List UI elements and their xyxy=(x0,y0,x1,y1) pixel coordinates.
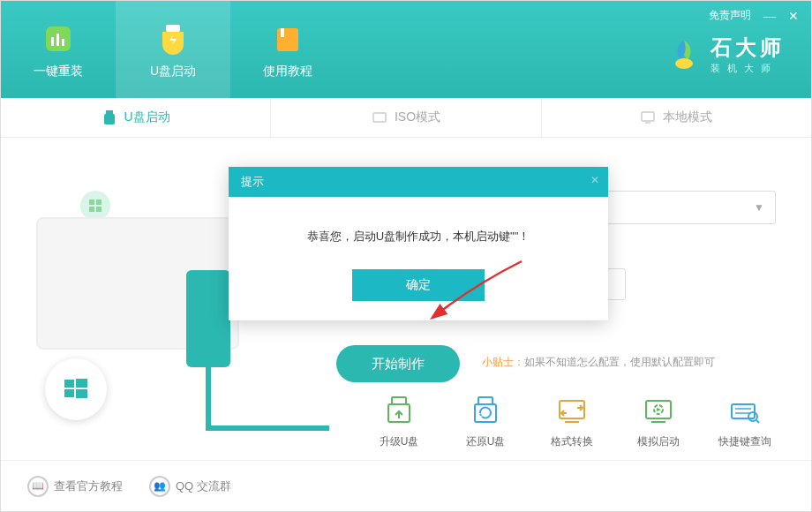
svg-rect-8 xyxy=(106,110,113,114)
brand: 石大师 装机大师 xyxy=(666,34,811,75)
bar-chart-icon xyxy=(39,19,78,58)
restore-usb-icon xyxy=(468,394,503,429)
svg-rect-19 xyxy=(64,389,74,397)
usb-icon xyxy=(102,109,117,125)
subtab-iso-mode[interactable]: ISO模式 xyxy=(271,98,541,137)
action-label: 还原U盘 xyxy=(466,434,506,449)
brand-logo-icon xyxy=(666,37,702,72)
subtab-usb-boot[interactable]: U盘启动 xyxy=(1,98,271,137)
book-small-icon: 📖 xyxy=(27,476,49,497)
svg-point-31 xyxy=(748,412,757,421)
tab-one-click-reinstall[interactable]: 一键重装 xyxy=(1,1,116,98)
app-header: 一键重装 U盘启动 使用教程 免责声明 — ✕ 石大师 装机大师 xyxy=(1,1,811,98)
brand-title: 石大师 xyxy=(710,34,785,62)
footer-tutorial-link[interactable]: 📖 查看官方教程 xyxy=(27,476,123,497)
svg-rect-3 xyxy=(62,39,64,46)
footer: 📖 查看官方教程 👥 QQ 交流群 xyxy=(1,460,811,511)
chevron-down-icon: ▼ xyxy=(754,201,764,214)
tab-tutorial[interactable]: 使用教程 xyxy=(230,1,345,98)
action-hotkey-lookup[interactable]: 快捷键查询 xyxy=(714,394,776,449)
svg-rect-28 xyxy=(732,404,755,418)
svg-rect-21 xyxy=(392,397,406,404)
button-label: 确定 xyxy=(406,277,431,293)
brand-text: 石大师 装机大师 xyxy=(710,34,785,75)
simulate-boot-icon xyxy=(641,394,676,429)
dialog-header: 提示 ✕ xyxy=(229,167,608,197)
svg-rect-16 xyxy=(96,207,102,212)
svg-rect-20 xyxy=(76,389,87,398)
close-button[interactable]: ✕ xyxy=(788,9,799,23)
subtab-local-mode[interactable]: 本地模式 xyxy=(542,98,811,137)
tab-label: U盘启动 xyxy=(150,64,196,79)
header-tabs: 一键重装 U盘启动 使用教程 xyxy=(1,1,345,98)
footer-link-label: 查看官方教程 xyxy=(54,478,123,494)
tip-text: 小贴士：如果不知道怎么配置，使用默认配置即可 xyxy=(482,355,715,370)
action-label: 模拟启动 xyxy=(637,434,680,449)
subtab-label: U盘启动 xyxy=(124,109,170,125)
action-upgrade-usb[interactable]: 升级U盘 xyxy=(368,394,430,449)
dialog-title: 提示 xyxy=(241,174,264,190)
svg-rect-5 xyxy=(277,28,298,51)
iso-icon xyxy=(372,109,387,125)
tip-content: 如果不知道怎么配置，使用默认配置即可 xyxy=(524,356,715,368)
svg-rect-4 xyxy=(166,25,180,32)
tip-label: 小贴士： xyxy=(482,356,524,368)
dialog-message: 恭喜您，启动U盘制作成功，本机启动键""！ xyxy=(229,197,608,269)
footer-qq-link[interactable]: 👥 QQ 交流群 xyxy=(149,476,231,497)
header-right: 免责声明 — ✕ 石大师 装机大师 xyxy=(666,1,811,98)
button-label: 开始制作 xyxy=(372,356,425,373)
action-label: 升级U盘 xyxy=(380,434,419,449)
svg-point-7 xyxy=(675,58,693,69)
usb-shield-icon xyxy=(154,19,192,58)
dialog-ok-button[interactable]: 确定 xyxy=(352,269,485,301)
action-simulate-boot[interactable]: 模拟启动 xyxy=(628,394,689,449)
action-label: 格式转换 xyxy=(551,434,593,449)
action-toolbar: 升级U盘 还原U盘 格式转换 模拟启动 快捷键查询 xyxy=(368,394,776,449)
svg-rect-15 xyxy=(89,207,94,212)
action-label: 快捷键查询 xyxy=(718,434,771,449)
success-dialog: 提示 ✕ 恭喜您，启动U盘制作成功，本机启动键""！ 确定 xyxy=(229,167,608,320)
svg-rect-23 xyxy=(478,397,492,404)
people-icon: 👥 xyxy=(149,476,170,497)
format-convert-icon xyxy=(554,394,590,429)
footer-link-label: QQ 交流群 xyxy=(176,478,231,494)
minimize-button[interactable]: — xyxy=(763,9,776,23)
svg-rect-13 xyxy=(89,200,94,205)
hotkey-lookup-icon xyxy=(727,394,763,429)
svg-rect-6 xyxy=(281,28,284,37)
window-controls: 免责声明 — ✕ xyxy=(696,1,811,30)
subtab-label: 本地模式 xyxy=(663,109,712,125)
sub-tabs: U盘启动 ISO模式 本地模式 xyxy=(1,98,811,138)
monitor-icon xyxy=(640,109,656,125)
windows-circle-icon xyxy=(45,358,107,420)
action-format-convert[interactable]: 格式转换 xyxy=(541,394,603,449)
svg-rect-9 xyxy=(104,114,115,124)
dialog-footer: 确定 xyxy=(229,269,608,320)
windows-badge-icon xyxy=(80,191,110,221)
svg-rect-18 xyxy=(76,379,87,388)
tab-label: 使用教程 xyxy=(263,64,312,79)
svg-line-32 xyxy=(756,420,759,423)
brand-subtitle: 装机大师 xyxy=(710,62,785,75)
disclaimer-link[interactable]: 免责声明 xyxy=(709,8,751,23)
action-restore-usb[interactable]: 还原U盘 xyxy=(455,394,516,449)
svg-rect-10 xyxy=(373,113,386,122)
tab-label: 一键重装 xyxy=(34,64,83,79)
svg-rect-17 xyxy=(64,380,74,388)
svg-rect-14 xyxy=(96,200,102,205)
svg-rect-11 xyxy=(642,112,654,121)
tab-usb-boot[interactable]: U盘启动 xyxy=(116,1,230,98)
dialog-close-button[interactable]: ✕ xyxy=(590,174,599,186)
upgrade-usb-icon xyxy=(381,394,417,429)
start-make-button[interactable]: 开始制作 xyxy=(336,345,460,382)
svg-rect-2 xyxy=(56,34,59,46)
subtab-label: ISO模式 xyxy=(395,109,440,125)
svg-rect-1 xyxy=(51,37,54,46)
book-icon xyxy=(268,19,307,58)
